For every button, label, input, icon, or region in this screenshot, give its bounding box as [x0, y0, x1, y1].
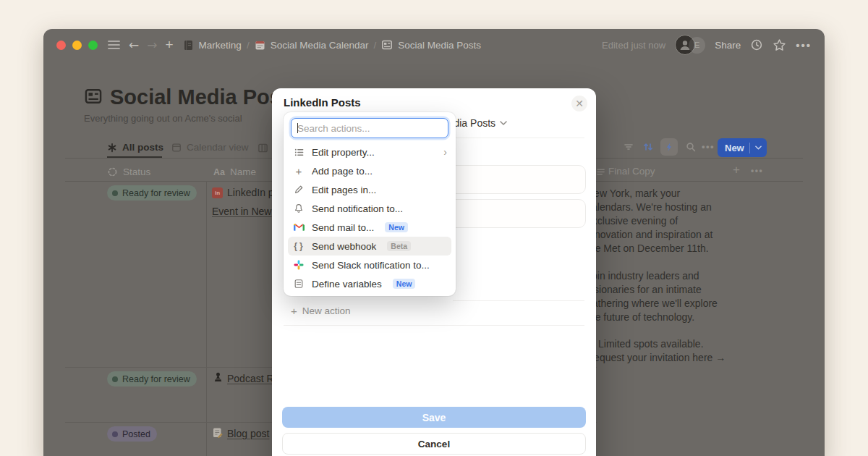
breadcrumb-social-media-posts[interactable]: Social Media Posts — [398, 40, 481, 51]
new-action-button[interactable]: + New action — [291, 305, 351, 317]
traffic-light-zoom[interactable] — [88, 41, 98, 50]
text-lines-icon — [596, 167, 605, 177]
collaborator-avatar[interactable]: E — [689, 37, 705, 54]
final-copy-line: calendars. We're hosting an — [587, 201, 712, 213]
text-property-icon: Aa — [213, 167, 225, 177]
plus-icon: + — [292, 165, 305, 177]
traffic-light-minimize[interactable] — [72, 41, 82, 50]
menu-item-send-notification[interactable]: Send notification to... — [288, 199, 451, 218]
new-page-icon[interactable]: + — [166, 37, 174, 53]
traffic-light-close[interactable] — [56, 41, 66, 50]
share-button[interactable]: Share — [715, 40, 741, 51]
final-copy-line: the Met on December 11th. — [587, 242, 709, 254]
final-copy-line: Join industry leaders and — [587, 270, 699, 282]
posts-board-icon — [381, 39, 393, 51]
status-badge[interactable]: Ready for review — [107, 371, 197, 387]
bell-icon — [292, 203, 305, 214]
linkedin-post-icon: in — [212, 187, 223, 198]
final-copy-line: Limited spots available. — [587, 338, 704, 350]
menu-item-add-page-to[interactable]: + Add page to... — [288, 161, 451, 180]
column-divider — [206, 181, 207, 456]
edited-status: Edited just now — [602, 40, 665, 51]
calendar-page-icon — [255, 40, 265, 51]
search-actions-input[interactable] — [291, 118, 448, 138]
save-button[interactable]: Save — [282, 407, 586, 428]
text-caret — [297, 123, 298, 133]
actions-dropdown: Edit property... › + Add page to... Edit… — [284, 112, 456, 296]
final-copy-line: exclusive evening of — [587, 215, 678, 227]
chevron-down-icon — [500, 121, 507, 125]
new-record-button[interactable]: New — [718, 138, 767, 157]
column-header-final-copy[interactable]: Final Copy — [608, 166, 655, 177]
filter-icon[interactable] — [621, 139, 637, 155]
screenshot-canvas: ← → + Marketing / Social Media Calendar … — [0, 0, 868, 456]
pawn-icon — [213, 371, 223, 382]
variables-doc-icon — [292, 279, 305, 289]
menu-item-define-variables[interactable]: Define variables New — [288, 274, 451, 293]
sidebar-menu-icon[interactable] — [108, 40, 120, 50]
pencil-icon — [292, 185, 305, 195]
status-badge[interactable]: Posted — [107, 426, 157, 442]
memo-icon — [212, 427, 223, 438]
view-more-icon[interactable]: ••• — [702, 141, 715, 152]
menu-item-send-mail[interactable]: Send mail to... New — [288, 218, 451, 237]
final-copy-line: visionaries for an intimate — [587, 284, 702, 295]
beta-badge: Beta — [387, 241, 411, 252]
plus-icon: + — [291, 305, 297, 317]
page-subtitle: Everything going out on Acme's social — [84, 113, 242, 124]
chevron-down-icon — [755, 145, 762, 150]
asterisk-icon — [107, 143, 117, 153]
breadcrumb-social-media-calendar[interactable]: Social Media Calendar — [271, 40, 369, 51]
breadcrumb-marketing[interactable]: Marketing — [199, 40, 242, 51]
menu-item-edit-pages-in[interactable]: Edit pages in... — [288, 180, 451, 199]
automations-lightning-icon[interactable] — [660, 138, 678, 156]
final-copy-line: New York, mark your — [587, 187, 680, 199]
breadcrumb-separator: / — [247, 40, 250, 51]
favorite-star-icon[interactable] — [773, 38, 786, 52]
forward-arrow-icon[interactable]: → — [147, 38, 157, 52]
close-icon[interactable]: ✕ — [571, 96, 587, 111]
menu-item-send-webhook[interactable]: { } Send webhook Beta — [288, 237, 451, 256]
final-copy-line: Request your invitation here → — [587, 352, 726, 363]
menu-item-send-slack-notification[interactable]: Send Slack notification to... — [288, 256, 451, 274]
new-badge: New — [393, 279, 416, 290]
braces-icon: { } — [292, 241, 305, 251]
modal-title: LinkedIn Posts — [284, 96, 361, 109]
chevron-right-icon: › — [443, 146, 447, 158]
final-copy-line: the future of technology. — [587, 311, 694, 323]
column-more-icon[interactable]: ••• — [751, 166, 763, 176]
teamspace-icon — [183, 40, 194, 51]
menu-item-edit-property[interactable]: Edit property... › — [288, 143, 451, 161]
more-options-icon[interactable]: ••• — [796, 39, 812, 51]
final-copy-line: innovation and inspiration at — [587, 229, 712, 240]
page-icon — [84, 87, 103, 106]
modal-divider — [453, 300, 584, 301]
calendar-view-icon — [171, 143, 182, 153]
tab-all-posts[interactable]: All posts — [107, 142, 163, 153]
updates-clock-icon[interactable] — [750, 38, 763, 51]
titlebar: ← → + Marketing / Social Media Calendar … — [43, 29, 825, 61]
search-icon[interactable] — [683, 139, 699, 155]
status-property-icon — [107, 166, 118, 177]
status-badge[interactable]: Ready for review — [107, 185, 197, 200]
cancel-button[interactable]: Cancel — [282, 433, 586, 455]
modal-divider — [284, 325, 584, 326]
breadcrumb-separator: / — [373, 40, 376, 51]
actions-menu: Edit property... › + Add page to... Edit… — [288, 143, 451, 293]
back-arrow-icon[interactable]: ← — [129, 38, 139, 52]
board-view-tab-icon[interactable] — [258, 143, 268, 153]
add-column-icon[interactable]: + — [733, 163, 740, 177]
new-badge: New — [385, 222, 408, 233]
sort-icon[interactable] — [640, 139, 656, 155]
final-copy-line: gathering where we'll explore — [587, 297, 718, 309]
column-header-status[interactable]: Status — [107, 166, 150, 177]
gmail-icon — [292, 223, 305, 232]
tab-calendar-view[interactable]: Calendar view — [171, 142, 249, 153]
column-header-name[interactable]: Aa Name — [213, 166, 256, 177]
slack-icon — [292, 260, 305, 270]
bullet-list-icon — [292, 147, 305, 158]
